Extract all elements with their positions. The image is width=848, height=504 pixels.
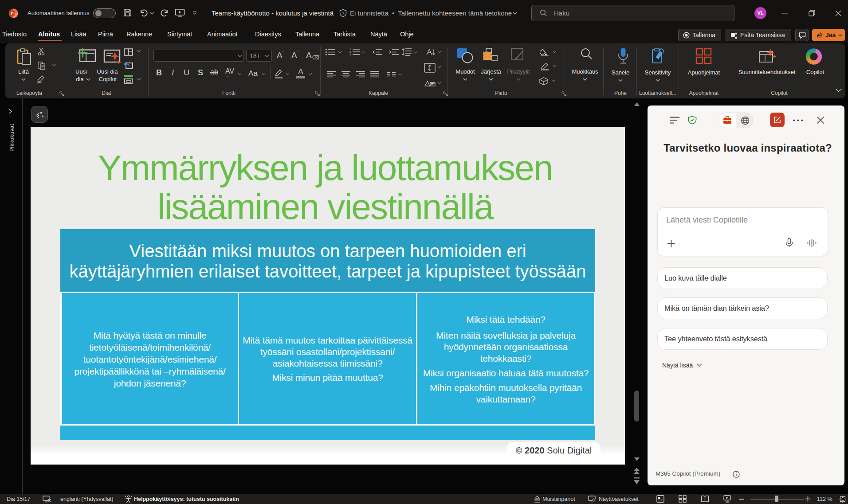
svg-text:P: P [11,11,14,16]
svg-text:?: ? [342,11,344,16]
svg-text:3: 3 [349,53,351,56]
